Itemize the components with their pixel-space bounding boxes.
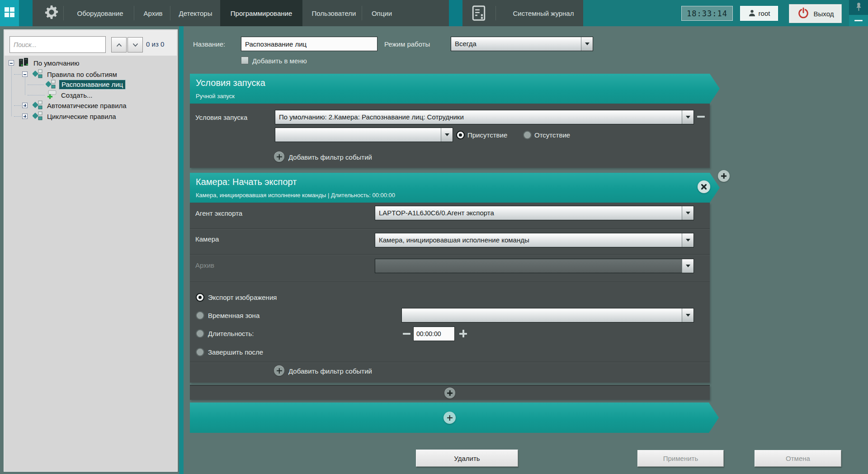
- absence-radio[interactable]: [523, 131, 532, 139]
- user-name: root: [759, 9, 770, 17]
- add-to-menu-label: Добавить в меню: [252, 57, 307, 65]
- collapse-panel-button[interactable]: [849, 15, 868, 26]
- dropdown-arrow-button[interactable]: [682, 233, 693, 247]
- tree-item-label: Распознавание лиц: [59, 80, 125, 89]
- export-agent-select[interactable]: LAPTOP-A1L6J0C6/0.Агент экспорта: [375, 206, 694, 220]
- add-action-button[interactable]: [444, 388, 455, 398]
- clock-value: 18:33:14: [687, 9, 727, 18]
- tree-expander-expand[interactable]: [22, 114, 28, 119]
- topbar-divider: [495, 6, 496, 20]
- add-event-filter-button[interactable]: [274, 365, 284, 376]
- pin-panel-button[interactable]: [849, 0, 868, 15]
- power-icon: [797, 7, 810, 21]
- tab-detectors[interactable]: Детекторы: [174, 0, 217, 26]
- tab-users[interactable]: Пользователи: [308, 0, 359, 26]
- user-icon: [748, 9, 756, 18]
- tree-item-cyclic-rules[interactable]: Циклические правила: [33, 111, 116, 121]
- export-image-radio[interactable]: [196, 293, 204, 302]
- tree-item-create-rule[interactable]: Создать...: [47, 90, 93, 100]
- add-event-filter-label: Добавить фильтр событий: [288, 153, 372, 161]
- current-user-button[interactable]: root: [740, 6, 778, 21]
- tree-expander-collapse[interactable]: [22, 71, 28, 77]
- delete-button[interactable]: Удалить: [416, 450, 518, 467]
- cancel-button[interactable]: Отмена: [755, 450, 841, 467]
- tree-connector: [14, 74, 21, 75]
- apply-button[interactable]: Применить: [637, 450, 724, 467]
- settings-gear-button[interactable]: [42, 0, 61, 26]
- dropdown-arrow-button: [682, 259, 693, 273]
- add-to-menu-checkbox[interactable]: [241, 57, 249, 64]
- add-action-branch-button[interactable]: [718, 170, 730, 182]
- duration-increment-button[interactable]: [459, 330, 467, 337]
- absence-label: Отсутствие: [534, 131, 570, 139]
- tree-item-face-recognition[interactable]: Распознавание лиц: [46, 80, 125, 90]
- sidebar-splitter[interactable]: [179, 26, 184, 474]
- finish-after-label: Завершить после: [208, 348, 263, 356]
- tree-item-server[interactable]: По умолчанию: [18, 58, 79, 68]
- add-event-filter-button[interactable]: [274, 152, 284, 162]
- search-results-counter: 0 из 0: [146, 40, 176, 48]
- dropdown-arrow-button[interactable]: [441, 128, 453, 142]
- duration-input[interactable]: [413, 327, 455, 341]
- tab-label: Оборудование: [77, 9, 123, 17]
- rule-node-icon: [33, 111, 43, 122]
- rules-tree-sidebar: 0 из 0 По умолчанию Правила по событиям: [4, 29, 178, 472]
- tab-label: Пользователи: [312, 9, 356, 17]
- apply-button-label: Применить: [663, 455, 698, 462]
- add-rule-section-button[interactable]: [443, 412, 456, 424]
- gear-icon: [43, 4, 60, 22]
- rule-name-input[interactable]: [241, 37, 377, 51]
- tree-item-label: Правила по событиям: [47, 71, 117, 78]
- action-banner: Камера: Начать экспорт Камера, иницииров…: [190, 173, 720, 203]
- tab-system-journal[interactable]: Системный журнал: [504, 0, 583, 26]
- logout-button[interactable]: Выход: [789, 4, 842, 23]
- tree-item-label: Циклические правила: [47, 113, 116, 120]
- dropdown-arrow-button[interactable]: [682, 206, 693, 220]
- mode-label: Режим работы: [384, 40, 430, 48]
- tab-options[interactable]: Опции: [367, 0, 396, 26]
- search-next-button[interactable]: [127, 37, 143, 52]
- row-separator: [190, 282, 710, 282]
- search-prev-button[interactable]: [111, 37, 127, 52]
- dropdown-arrow-button[interactable]: [581, 37, 593, 51]
- chevron-down-icon: [686, 239, 690, 242]
- second-condition-select[interactable]: [275, 128, 453, 142]
- tree-item-automatic-rules[interactable]: Автоматические правила: [33, 100, 127, 110]
- tree-connector: [14, 105, 21, 106]
- tree-expander-expand[interactable]: [22, 103, 28, 108]
- time-zone-select[interactable]: [401, 308, 694, 322]
- mode-select[interactable]: Всегда: [451, 37, 593, 51]
- topbar-divider: [134, 6, 134, 20]
- dropdown-arrow-button[interactable]: [682, 308, 693, 322]
- tab-archive[interactable]: Архив: [138, 0, 168, 26]
- condition-select[interactable]: По умолчанию: 2.Камера: Распознавание ли…: [275, 110, 694, 124]
- server-icon: [18, 58, 30, 68]
- duration-label: Длительность:: [208, 330, 254, 337]
- dropdown-arrow-button[interactable]: [682, 110, 693, 124]
- close-icon: [701, 184, 707, 190]
- layouts-menu-button[interactable]: [0, 0, 19, 26]
- camera-select[interactable]: Камера, инициировавшая исполнение команд…: [375, 233, 694, 247]
- presence-radio[interactable]: [456, 131, 465, 139]
- name-label: Название:: [193, 40, 225, 48]
- duration-decrement-button[interactable]: [403, 333, 410, 335]
- tab-label: Программирование: [231, 9, 292, 17]
- finish-after-radio[interactable]: [196, 348, 204, 356]
- tab-equipment[interactable]: Оборудование: [68, 0, 132, 26]
- tab-programming[interactable]: Программирование: [220, 0, 302, 26]
- remove-action-button[interactable]: [698, 180, 710, 193]
- remove-condition-button[interactable]: [697, 116, 705, 118]
- archive-select-value: [375, 259, 682, 273]
- time-zone-radio[interactable]: [196, 311, 204, 320]
- delete-button-label: Удалить: [454, 455, 480, 462]
- tree-item-event-rules[interactable]: Правила по событиям: [33, 69, 117, 79]
- search-input[interactable]: [9, 36, 106, 53]
- condition-select-value: [275, 128, 441, 142]
- system-journal-icon: [469, 5, 488, 21]
- topbar-divider: [63, 6, 64, 20]
- minus-icon: [854, 20, 863, 21]
- row-separator: [190, 362, 710, 362]
- tree-expander-collapse[interactable]: [9, 60, 14, 66]
- duration-radio[interactable]: [196, 329, 204, 338]
- topbar-divider: [362, 6, 362, 20]
